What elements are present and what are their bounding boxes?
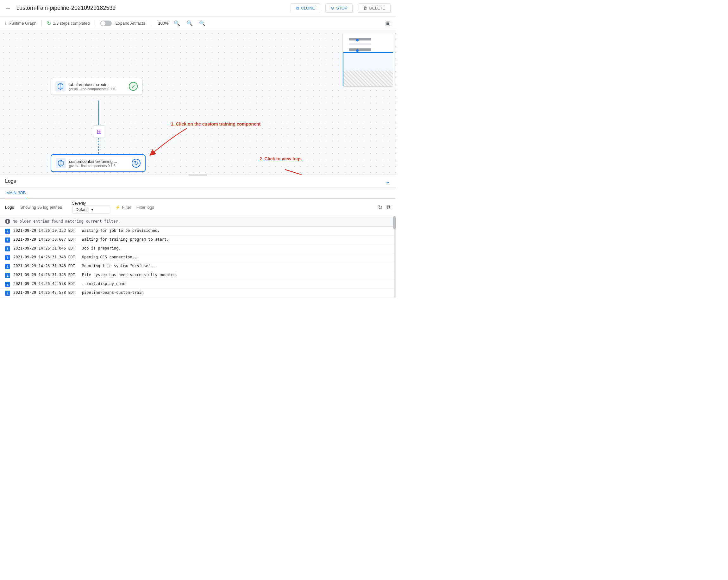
stop-button[interactable]: ⊙ STOP [326,3,353,12]
expand-artifacts-label: Expand Artifacts [115,21,145,26]
logs-title: Logs [5,178,385,184]
node-tabulardataset-create[interactable]: tabulardataset-create gcr.io/...line-com… [51,78,142,95]
dropdown-arrow-icon: ▾ [91,207,94,212]
toolbar-divider-1 [42,20,42,27]
log-text-0: 2021-09-29 14:26:30.333 EDT Waiting for … [13,228,159,233]
log-icon-1: i [5,238,10,243]
connector-node[interactable]: ⊞ [93,125,105,138]
log-text-2: 2021-09-29 14:26:31.045 EDT Job is prepa… [13,246,121,250]
log-icon-5: i [5,273,10,278]
node1-status: ✓ [129,82,138,91]
node-customcontainertraining[interactable]: customcontainertrainingj... gcr.io/...li… [51,154,146,172]
zoom-out-button[interactable]: 🔍 [185,20,194,27]
node2-info: customcontainertrainingj... gcr.io/...li… [69,159,129,168]
logs-label: Logs [5,205,14,210]
severity-container: Severity Default ▾ [72,201,110,214]
info-icon: ℹ [5,219,10,224]
log-icon-6: i [5,282,10,287]
toolbar-divider-3 [150,20,150,27]
severity-label: Severity [72,201,110,205]
steps-icon: ↻ [47,20,51,26]
minimap-toggle-icon[interactable]: ▣ [385,20,391,27]
log-icon-2: i [5,246,10,251]
log-icon-4: i [5,264,10,269]
toolbar: ℹ Runtime Graph ↻ 1/3 steps completed Ex… [0,17,396,30]
log-entry-3: i 2021-09-29 14:26:31.343 EDT Opening GC… [0,253,396,262]
grid-icon: ⊞ [97,128,102,135]
drag-handle[interactable] [188,174,207,176]
delete-button[interactable]: 🗑 DELETE [358,3,391,12]
log-entry-1: i 2021-09-29 14:26:30.607 EDT Waiting fo… [0,236,396,245]
delete-icon: 🗑 [363,6,367,10]
minimap-node3 [349,48,371,51]
node1-cube-icon [55,81,66,91]
log-text-7: 2021-09-29 14:26:42.578 EDT pipeline-bea… [13,290,144,295]
toggle-thumb [101,21,105,26]
log-scrollbar[interactable] [394,216,396,298]
node1-info: tabulardataset-create gcr.io/...line-com… [69,82,126,91]
scrollbar-thumb [393,216,396,229]
logs-count: Showing 55 log entries [20,205,62,210]
zoom-in-button[interactable]: 🔍 [173,20,181,27]
toolbar-divider-2 [95,20,95,27]
node2-sub: gcr.io/...line-components:0.1.6 [69,164,129,168]
minimap-node1 [349,38,371,40]
pipeline-canvas[interactable]: tabulardataset-create gcr.io/...line-com… [0,30,396,174]
minimap-dot1 [356,39,359,42]
log-entries: ℹ No older entries found matching curren… [0,216,396,298]
minimap-dot2 [356,49,359,52]
no-older-text: No older entries found matching current … [12,219,120,224]
toolbar-right: ▣ [385,20,391,27]
minimap [342,33,393,87]
node1-name: tabulardataset-create [69,82,126,87]
log-text-5: 2021-09-29 14:26:31.345 EDT File system … [13,273,178,277]
header: ← custom-train-pipeline-20210929182539 ⧉… [0,0,396,17]
minimap-node2 [349,43,371,45]
log-entry-2: i 2021-09-29 14:26:31.045 EDT Job is pre… [0,245,396,253]
node1-sub: gcr.io/...line-components:0.1.6 [69,87,126,91]
logs-toolbar: Logs Showing 55 log entries Severity Def… [0,199,396,216]
log-icon-7: i [5,291,10,296]
zoom-reset-button[interactable]: 🔍 [198,20,207,27]
logs-actions: ↻ ⧉ [378,204,391,211]
filter-icon: ⚡ [115,205,120,210]
main-area: tabulardataset-create gcr.io/...line-com… [0,30,396,298]
clone-icon: ⧉ [296,6,299,11]
logs-panel: Logs ⌄ MAIN JOB Logs Showing 55 log entr… [0,174,396,298]
severity-select[interactable]: Default ▾ [72,205,110,214]
pipeline-title: custom-train-pipeline-20210929182539 [17,5,286,11]
log-text-6: 2021-09-29 14:26:42.578 EDT --init.displ… [13,281,125,286]
log-entry-7: i 2021-09-29 14:26:42.578 EDT pipeline-b… [0,289,396,298]
filter-input[interactable] [136,205,200,210]
expand-artifacts-toggle[interactable] [100,21,112,26]
annotation-arrow-2 [285,169,396,174]
log-icon-0: i [5,229,10,234]
minimap-viewport [343,52,393,87]
external-link-button[interactable]: ⧉ [387,204,391,211]
tab-main-job[interactable]: MAIN JOB [5,188,27,198]
clone-button[interactable]: ⧉ CLONE [291,3,320,13]
log-text-4: 2021-09-29 14:26:31.343 EDT Mounting fil… [13,264,157,268]
logs-header: Logs ⌄ [0,175,396,188]
back-button[interactable]: ← [5,4,11,12]
no-older-entries-row: ℹ No older entries found matching curren… [0,216,396,227]
refresh-logs-button[interactable]: ↻ [378,204,383,211]
annotation-2: 2. Click to view logs [260,156,302,161]
annotation-arrow-1 [146,125,187,157]
minimap-hatched [343,71,393,86]
steps-completed: ↻ 1/3 steps completed [47,20,89,26]
filter-button[interactable]: ⚡ Filter [115,205,131,210]
logs-collapse-button[interactable]: ⌄ [385,177,391,185]
log-text-1: 2021-09-29 14:26:30.607 EDT Waiting for … [13,237,169,242]
log-entry-5: i 2021-09-29 14:26:31.345 EDT File syste… [0,271,396,280]
logs-tabs: MAIN JOB [0,188,396,199]
log-entry-4: i 2021-09-29 14:26:31.343 EDT Mounting f… [0,262,396,271]
log-text-3: 2021-09-29 14:26:31.343 EDT Opening GCS … [13,255,139,259]
log-entry-6: i 2021-09-29 14:26:42.578 EDT --init.dis… [0,280,396,289]
pipeline-connectors [0,30,396,174]
stop-icon: ⊙ [331,6,334,10]
node2-cube-icon [56,158,66,168]
runtime-graph-button[interactable]: ℹ Runtime Graph [5,21,36,26]
info-circle-icon: ℹ [5,21,7,26]
node2-name: customcontainertrainingj... [69,159,129,164]
